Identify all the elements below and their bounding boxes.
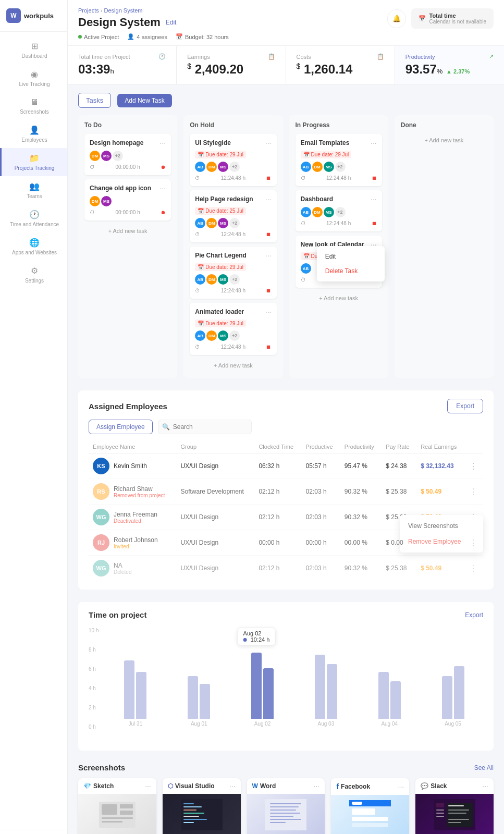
- employee-name-cell: KS Kevin Smith: [89, 453, 176, 479]
- screenshots-section: Screenshots See All 💎 Sketch ···: [78, 763, 494, 834]
- stat-earnings: Earnings 📋 $ 2,409.20: [177, 46, 286, 84]
- task-meta: ⏱ 12:24:48 h ⏹: [195, 344, 271, 350]
- col-header-payrate: Pay Rate: [382, 440, 416, 453]
- screenshot-menu-button[interactable]: ···: [145, 782, 151, 790]
- sidebar-item-apps-websites[interactable]: 🌐 Apps and Websites: [0, 232, 67, 261]
- employee-name-cell: WG Jenna Freeman Deactivated: [89, 505, 176, 530]
- employee-actions: ⋮: [465, 556, 483, 581]
- y-axis: 10 h 8 h 6 h 4 h 2 h 0 h: [89, 628, 105, 742]
- bar: [390, 681, 401, 719]
- task-menu-button[interactable]: ···: [160, 139, 166, 146]
- screenshot-preview: [265, 799, 306, 830]
- time-icon: ⏱: [195, 175, 200, 181]
- stat-earnings-label: Earnings 📋: [187, 53, 275, 60]
- context-menu-delete[interactable]: Delete Task: [317, 264, 385, 278]
- bar-highlight: [263, 668, 274, 719]
- add-task-link[interactable]: + Add new task: [190, 359, 276, 372]
- task-card: Email Templates ··· 📅 Due date: 29 Jul A…: [296, 134, 382, 186]
- task-due-date: 📅 Due date: 29 Jul: [195, 151, 271, 158]
- breadcrumb-child: Design System: [104, 7, 143, 14]
- add-task-link[interactable]: + Add new task: [84, 225, 171, 237]
- sidebar-item-teams[interactable]: 👥 Teams: [0, 176, 67, 204]
- sidebar-item-employees[interactable]: 👤 Employees: [0, 120, 67, 148]
- sidebar-item-label: Live Tracking: [19, 81, 50, 87]
- notifications-button[interactable]: 🔔: [387, 9, 406, 28]
- chart-area: 10 h 8 h 6 h 4 h 2 h 0 h Aug 02 10: [89, 628, 483, 742]
- task-menu-button[interactable]: ···: [371, 139, 377, 146]
- see-all-button[interactable]: See All: [474, 764, 494, 771]
- assignees: 👤 4 assignees: [127, 33, 167, 40]
- bar-group: Aug 04: [359, 641, 420, 727]
- chart-export-button[interactable]: Export: [465, 611, 483, 619]
- screenshot-menu-button[interactable]: ···: [314, 782, 320, 790]
- bar: [378, 672, 389, 719]
- avatar: MS: [218, 162, 228, 172]
- employee-name-row: RJ Robert Johnson Invited: [93, 534, 172, 551]
- assign-employee-button[interactable]: Assign Employee: [89, 420, 153, 434]
- employee-search-input[interactable]: [158, 420, 252, 434]
- employee-menu-button[interactable]: ⋮: [469, 462, 477, 471]
- add-task-link[interactable]: + Add new task: [401, 134, 487, 146]
- sidebar-item-settings[interactable]: ⚙ Settings: [0, 261, 67, 289]
- export-employees-button[interactable]: Export: [447, 399, 483, 413]
- app-name: 💎 Sketch: [83, 782, 114, 790]
- employee-menu-button[interactable]: ⋮: [469, 538, 477, 547]
- screenshot-menu-button[interactable]: ···: [482, 782, 488, 790]
- svg-rect-10: [183, 813, 204, 814]
- sidebar-item-time-attendance[interactable]: 🕐 Time and Attendance: [0, 204, 67, 232]
- employee-status: Deleted: [114, 569, 131, 575]
- screenshot-preview: [349, 800, 391, 831]
- apps-icon: 🌐: [29, 238, 40, 248]
- task-menu-button[interactable]: ···: [265, 195, 272, 203]
- task-card: Dashboard ··· AB DM MS +2 ⏱ 12:24:48 h: [296, 190, 382, 231]
- screenshot-thumb: [78, 794, 156, 834]
- employee-menu-button[interactable]: ⋮: [469, 487, 477, 496]
- sketch-icon: 💎: [83, 782, 91, 790]
- screenshot-menu-button[interactable]: ···: [229, 782, 236, 790]
- avatar-more: +2: [229, 218, 240, 228]
- content-area: Tasks Add New Task To Do Design homepage…: [68, 84, 504, 834]
- avatar-more: +2: [335, 207, 346, 217]
- avatar: MS: [324, 207, 334, 217]
- y-label: 10 h: [89, 628, 105, 633]
- screenshot-menu-button[interactable]: ···: [398, 783, 404, 790]
- sidebar-item-screenshots[interactable]: 🖥 Screenshots: [0, 92, 67, 120]
- svg-rect-12: [183, 819, 207, 820]
- svg-rect-23: [352, 802, 362, 805]
- employee-group: UX/UI Design: [176, 530, 254, 556]
- task-avatars: DM MS +2: [90, 151, 166, 161]
- logo-icon: W: [6, 8, 21, 23]
- bar-group: Aug 02: [232, 641, 293, 727]
- task-title: Dashboard ···: [301, 195, 377, 203]
- stat-total-time: Total time on Project 🕐 03:39h: [68, 46, 177, 84]
- task-menu-button[interactable]: ···: [265, 308, 272, 315]
- sidebar-item-dashboard[interactable]: ⊞ Dashboard: [0, 36, 67, 64]
- task-title: Email Templates ···: [301, 139, 377, 146]
- add-task-button[interactable]: Add New Task: [117, 94, 171, 107]
- employee-menu-button[interactable]: ⋮: [469, 564, 477, 573]
- svg-rect-26: [352, 823, 388, 827]
- avatar: MS: [218, 274, 228, 285]
- edit-button[interactable]: Edit: [166, 19, 177, 26]
- sidebar: W workpuls ⊞ Dashboard ◉ Live Tracking 🖥…: [0, 0, 68, 834]
- y-label: 6 h: [89, 666, 105, 672]
- employee-group: UX/UI Design: [176, 505, 254, 530]
- sidebar-item-live-tracking[interactable]: ◉ Live Tracking: [0, 64, 67, 92]
- stat-total-time-value: 03:39h: [78, 62, 166, 77]
- screenshot-card: f Facebook ···: [331, 778, 409, 834]
- task-menu-button[interactable]: ···: [265, 139, 272, 146]
- avatar: AB: [301, 263, 311, 274]
- sidebar-item-projects-tracking[interactable]: 📁 Projects Tracking: [0, 148, 67, 176]
- avatar: MS: [218, 330, 228, 341]
- context-menu-edit[interactable]: Edit: [317, 249, 385, 264]
- breadcrumb-parent[interactable]: Projects: [78, 7, 99, 14]
- add-task-link[interactable]: + Add new task: [296, 292, 382, 304]
- avatar: MS: [324, 162, 334, 172]
- task-menu-button[interactable]: ···: [160, 185, 166, 192]
- task-menu-button[interactable]: ···: [371, 195, 377, 203]
- employee-productive: 02:03 h: [302, 479, 340, 505]
- task-menu-button[interactable]: ···: [265, 252, 272, 259]
- tasks-tab[interactable]: Tasks: [78, 93, 111, 108]
- svg-rect-33: [448, 805, 464, 806]
- calendar-icon: 📅: [419, 15, 426, 22]
